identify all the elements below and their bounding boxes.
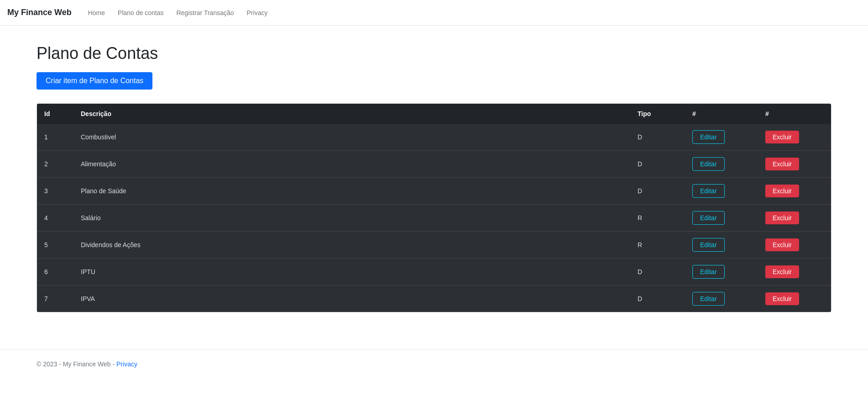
- cell-tipo: D: [630, 178, 685, 205]
- navbar-brand[interactable]: My Finance Web: [7, 8, 72, 17]
- table-row: 2AlimentaçãoDEditarExcluir: [37, 151, 831, 178]
- cell-descricao: IPTU: [73, 259, 630, 286]
- navbar-link-plano-de-contas[interactable]: Plano de contas: [112, 5, 169, 20]
- edit-button[interactable]: Editar: [692, 130, 725, 144]
- main-content: Plano de Contas Criar item de Plano de C…: [0, 26, 868, 331]
- cell-id: 6: [37, 259, 73, 286]
- cell-edit: Editar: [685, 178, 758, 205]
- table-row: 6IPTUDEditarExcluir: [37, 259, 831, 286]
- cell-id: 5: [37, 232, 73, 259]
- cell-delete: Excluir: [758, 205, 831, 232]
- footer-privacy-link[interactable]: Privacy: [116, 360, 137, 368]
- cell-delete: Excluir: [758, 232, 831, 259]
- delete-button[interactable]: Excluir: [765, 238, 799, 251]
- table-row: 4SalárioREditarExcluir: [37, 205, 831, 232]
- col-header-id: Id: [37, 104, 73, 124]
- delete-button[interactable]: Excluir: [765, 131, 799, 143]
- cell-descricao: Plano de Saúde: [73, 178, 630, 205]
- table-row: 7IPVADEditarExcluir: [37, 286, 831, 312]
- navbar-link-home[interactable]: Home: [83, 5, 110, 20]
- navbar-link-privacy[interactable]: Privacy: [241, 5, 273, 20]
- delete-button[interactable]: Excluir: [765, 158, 799, 170]
- delete-button[interactable]: Excluir: [765, 265, 799, 278]
- delete-button[interactable]: Excluir: [765, 185, 799, 197]
- edit-button[interactable]: Editar: [692, 292, 725, 306]
- cell-tipo: R: [630, 232, 685, 259]
- table-body: 1CombustivelDEditarExcluir2AlimentaçãoDE…: [37, 124, 831, 312]
- col-header-tipo: Tipo: [630, 104, 685, 124]
- footer-text: © 2023 - My Finance Web -: [37, 360, 116, 368]
- table-row: 5Dividendos de AçõesREditarExcluir: [37, 232, 831, 259]
- edit-button[interactable]: Editar: [692, 184, 725, 198]
- col-header-edit: #: [685, 104, 758, 124]
- navbar-link-registrar-transação[interactable]: Registrar Transação: [171, 5, 239, 20]
- navbar-nav: HomePlano de contasRegistrar TransaçãoPr…: [83, 9, 273, 16]
- cell-id: 7: [37, 286, 73, 312]
- cell-delete: Excluir: [758, 178, 831, 205]
- cell-tipo: D: [630, 151, 685, 178]
- cell-delete: Excluir: [758, 124, 831, 151]
- edit-button[interactable]: Editar: [692, 238, 725, 252]
- cell-tipo: D: [630, 124, 685, 151]
- col-header-delete: #: [758, 104, 831, 124]
- cell-edit: Editar: [685, 286, 758, 312]
- cell-id: 2: [37, 151, 73, 178]
- cell-descricao: Alimentação: [73, 151, 630, 178]
- create-button[interactable]: Criar item de Plano de Contas: [37, 72, 152, 90]
- cell-tipo: D: [630, 259, 685, 286]
- cell-descricao: Combustivel: [73, 124, 630, 151]
- table-row: 3Plano de SaúdeDEditarExcluir: [37, 178, 831, 205]
- table-header: Id Descrição Tipo # #: [37, 104, 831, 124]
- edit-button[interactable]: Editar: [692, 157, 725, 171]
- navbar: My Finance Web HomePlano de contasRegist…: [0, 0, 868, 26]
- cell-edit: Editar: [685, 232, 758, 259]
- cell-tipo: D: [630, 286, 685, 312]
- cell-id: 1: [37, 124, 73, 151]
- table-row: 1CombustivelDEditarExcluir: [37, 124, 831, 151]
- accounts-table: Id Descrição Tipo # # 1CombustivelDEdita…: [37, 104, 831, 312]
- delete-button[interactable]: Excluir: [765, 212, 799, 224]
- cell-edit: Editar: [685, 259, 758, 286]
- cell-delete: Excluir: [758, 151, 831, 178]
- cell-descricao: Dividendos de Ações: [73, 232, 630, 259]
- cell-id: 3: [37, 178, 73, 205]
- cell-delete: Excluir: [758, 259, 831, 286]
- cell-edit: Editar: [685, 124, 758, 151]
- table-container: Id Descrição Tipo # # 1CombustivelDEdita…: [37, 103, 831, 312]
- cell-edit: Editar: [685, 205, 758, 232]
- edit-button[interactable]: Editar: [692, 265, 725, 279]
- page-title: Plano de Contas: [37, 44, 831, 63]
- col-header-descricao: Descrição: [73, 104, 630, 124]
- edit-button[interactable]: Editar: [692, 211, 725, 225]
- cell-id: 4: [37, 205, 73, 232]
- cell-edit: Editar: [685, 151, 758, 178]
- cell-descricao: IPVA: [73, 286, 630, 312]
- footer: © 2023 - My Finance Web - Privacy: [0, 349, 868, 379]
- delete-button[interactable]: Excluir: [765, 292, 799, 305]
- cell-tipo: R: [630, 205, 685, 232]
- cell-descricao: Salário: [73, 205, 630, 232]
- cell-delete: Excluir: [758, 286, 831, 312]
